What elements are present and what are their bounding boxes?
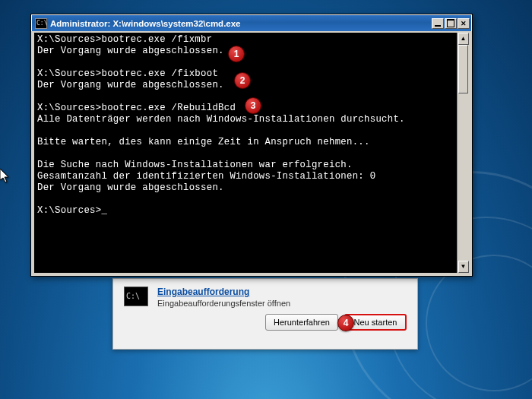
minimize-button[interactable] [432,18,444,29]
cmd-icon [124,287,148,306]
annotation-marker-4: 4 [337,315,354,331]
mouse-cursor-icon [0,169,11,187]
command-prompt-link[interactable]: Eingabeaufforderung [157,287,249,297]
recovery-panel: Eingabeaufforderung Eingabeaufforderungs… [112,278,418,350]
cmd-titlebar[interactable]: Administrator: X:\windows\system32\cmd.e… [31,14,472,31]
annotation-marker-3: 3 [245,97,261,114]
scroll-thumb[interactable] [458,45,468,93]
close-button[interactable] [458,18,470,29]
scroll-down-button[interactable]: ▼ [458,261,469,273]
terminal-output[interactable]: X:\Sources>bootrec.exe /fixmbr Der Vorga… [37,34,455,271]
scrollbar[interactable]: ▲ ▼ [457,33,469,273]
annotation-marker-2: 2 [234,72,251,89]
cmd-icon [35,18,47,29]
window-title: Administrator: X:\windows\system32\cmd.e… [50,19,432,28]
shutdown-button[interactable]: Herunterfahren [265,314,338,331]
scroll-up-button[interactable]: ▲ [458,33,469,45]
cmd-window: Administrator: X:\windows\system32\cmd.e… [30,14,473,277]
cmd-body: X:\Sources>bootrec.exe /fixmbr Der Vorga… [34,33,469,273]
maximize-button[interactable] [445,18,457,29]
annotation-marker-1: 1 [228,46,245,62]
command-prompt-description: Eingabeaufforderungsfenster öffnen [157,299,290,308]
